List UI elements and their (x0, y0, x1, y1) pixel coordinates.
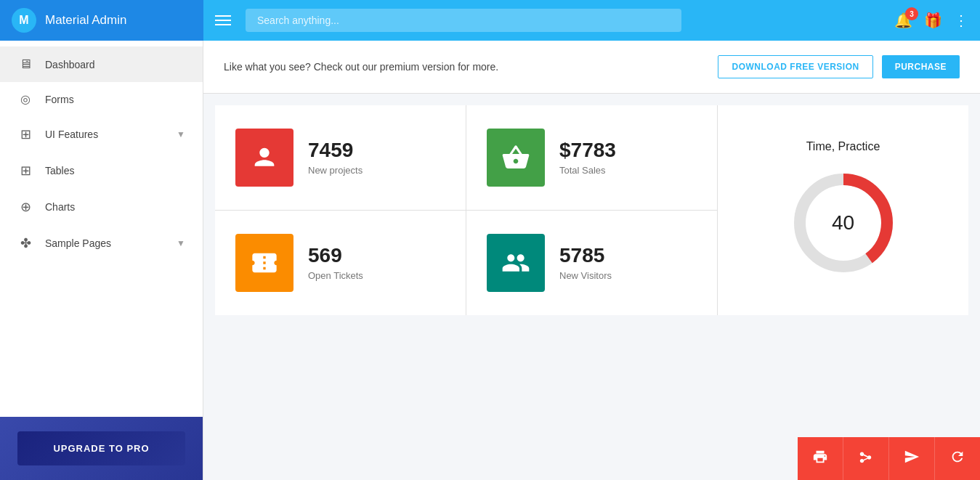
stat-number-new-visitors: 5785 (559, 245, 612, 266)
stat-card-new-visitors: 5785 New Visitors (466, 211, 717, 315)
charts-icon: ⊕ (17, 199, 33, 215)
sidebar-item-sample-pages[interactable]: ✤ Sample Pages ▼ (0, 225, 203, 261)
sidebar: 🖥 Dashboard ◎ Forms ⊞ UI Features ▼ ⊞ Ta… (0, 41, 203, 480)
donut-title: Time, Practice (806, 140, 880, 153)
bottom-toolbar (798, 437, 980, 480)
promo-actions: DOWNLOAD FREE VERSION PURCHASE (718, 55, 960, 78)
chevron-down-icon-2: ▼ (177, 238, 185, 248)
forms-icon: ◎ (17, 92, 33, 106)
notifications-button[interactable]: 🔔 3 (894, 12, 912, 29)
stat-label-new-visitors: New Visitors (559, 270, 612, 281)
stat-card-total-sales: $7783 Total Sales (466, 105, 717, 210)
promo-banner: Like what you see? Check out our premium… (203, 41, 980, 94)
dashboard-icon: 🖥 (17, 57, 33, 72)
gift-button[interactable]: 🎁 (924, 12, 942, 29)
stat-info-total-sales: $7783 Total Sales (559, 140, 616, 176)
share-button[interactable] (843, 437, 888, 480)
sidebar-item-forms[interactable]: ◎ Forms (0, 82, 203, 116)
donut-value: 40 (832, 211, 854, 235)
sidebar-label-dashboard: Dashboard (45, 59, 95, 70)
stat-card-open-tickets: 569 Open Tickets (215, 211, 466, 315)
new-projects-icon-box (235, 129, 293, 187)
nav-menu: 🖥 Dashboard ◎ Forms ⊞ UI Features ▼ ⊞ Ta… (0, 41, 203, 417)
stat-card-new-projects: 7459 New projects (215, 105, 466, 210)
stat-label-new-projects: New projects (308, 165, 363, 176)
donut-chart: 40 (785, 165, 902, 281)
print-button[interactable] (798, 437, 843, 480)
stat-number-total-sales: $7783 (559, 140, 616, 160)
sidebar-item-tables[interactable]: ⊞ Tables (0, 152, 203, 189)
ui-features-icon: ⊞ (17, 126, 33, 142)
sample-pages-icon: ✤ (17, 235, 33, 251)
stat-info-open-tickets: 569 Open Tickets (308, 245, 363, 281)
logo-icon: M (12, 8, 36, 33)
hamburger-button[interactable] (215, 15, 231, 25)
sidebar-label-ui-features: UI Features (45, 129, 98, 140)
new-visitors-icon-box (487, 234, 545, 292)
more-options-button[interactable]: ⋮ (954, 12, 968, 29)
sidebar-label-sample-pages: Sample Pages (45, 237, 111, 249)
sidebar-header: M Material Admin (0, 0, 203, 41)
sidebar-label-charts: Charts (45, 201, 75, 213)
sidebar-item-charts[interactable]: ⊕ Charts (0, 189, 203, 225)
sidebar-label-tables: Tables (45, 165, 74, 176)
app-title: Material Admin (45, 13, 126, 28)
stat-label-total-sales: Total Sales (559, 165, 616, 176)
tables-icon: ⊞ (17, 163, 33, 179)
upgrade-to-pro-button[interactable]: UPGRADE TO PRO (0, 417, 203, 480)
total-sales-icon-box (487, 129, 545, 187)
stat-info-new-visitors: 5785 New Visitors (559, 245, 612, 281)
stat-number-open-tickets: 569 (308, 245, 363, 266)
stat-label-open-tickets: Open Tickets (308, 270, 363, 281)
header-actions: 🔔 3 🎁 ⋮ (894, 12, 968, 29)
sidebar-label-forms: Forms (45, 94, 74, 105)
sidebar-item-dashboard[interactable]: 🖥 Dashboard (0, 46, 203, 82)
stats-grid: 7459 New projects $7783 Total Sales Time… (215, 105, 968, 315)
download-free-button[interactable]: DOWNLOAD FREE VERSION (718, 55, 872, 78)
promo-text: Like what you see? Check out our premium… (224, 61, 498, 73)
sidebar-item-ui-features[interactable]: ⊞ UI Features ▼ (0, 116, 203, 152)
stat-info-new-projects: 7459 New projects (308, 140, 363, 176)
send-button[interactable] (888, 437, 934, 480)
main-content: Like what you see? Check out our premium… (203, 41, 980, 480)
notification-badge: 3 (905, 7, 918, 20)
refresh-button[interactable] (934, 437, 980, 480)
stat-number-new-projects: 7459 (308, 140, 363, 160)
open-tickets-icon-box (235, 234, 293, 292)
search-input[interactable] (246, 9, 681, 32)
purchase-button[interactable]: PURCHASE (882, 55, 960, 78)
donut-card: Time, Practice 40 (718, 105, 968, 315)
chevron-down-icon: ▼ (177, 129, 185, 139)
